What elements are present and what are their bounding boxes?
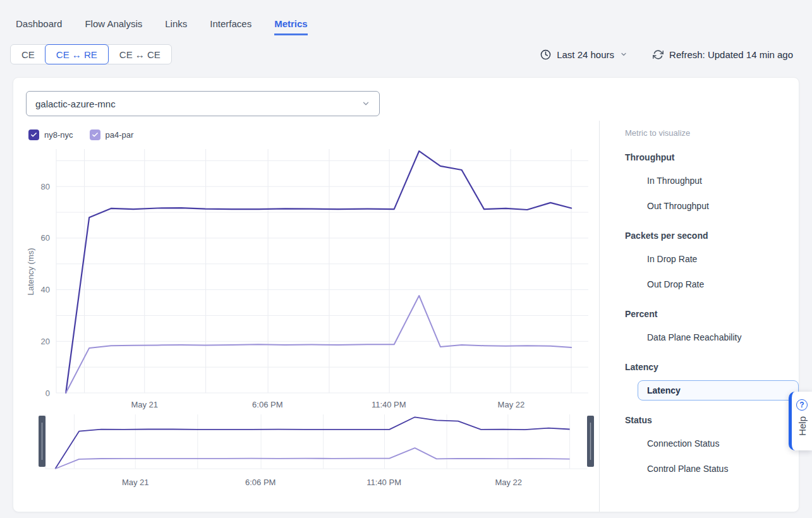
series-line-pa4-par <box>66 296 571 393</box>
connector-select[interactable]: galactic-azure-mnc <box>26 91 380 116</box>
metric-item-in-drop-rate[interactable]: In Drop Rate <box>638 249 799 269</box>
refresh-icon <box>653 49 664 60</box>
metric-sidebar: Metric to visualize Throughput In Throug… <box>612 121 799 484</box>
y-tick-label: 20 <box>41 337 50 346</box>
metric-item-control-plane-status[interactable]: Control Plane Status <box>638 459 799 479</box>
series-legend: ny8-nyc pa4-par <box>28 130 133 140</box>
metric-group-label: Status <box>625 415 799 425</box>
x-tick-label: 11:40 PM <box>372 400 406 409</box>
legend-label: pa4-par <box>106 130 134 140</box>
metrics-card: galactic-azure-mnc ny8-nyc pa4-par 02040… <box>13 77 799 512</box>
chevron-down-icon <box>620 51 627 58</box>
metric-item-connection-status[interactable]: Connection Status <box>638 433 799 454</box>
toolbar: CE CE ↔ RE CE ↔ CE Last 24 hours Refresh… <box>10 44 793 64</box>
metric-item-data-plane-reachability[interactable]: Data Plane Reachability <box>638 327 799 347</box>
top-nav: Dashboard Flow Analysis Links Interfaces… <box>0 0 812 35</box>
metric-item-out-throughput[interactable]: Out Throughput <box>638 196 799 216</box>
checkbox-checked-icon[interactable] <box>28 130 39 140</box>
metric-item-latency[interactable]: Latency <box>638 380 799 401</box>
help-label: Help <box>797 416 808 436</box>
segment-ce[interactable]: CE <box>11 45 45 64</box>
nav-tab-links[interactable]: Links <box>165 18 187 35</box>
nav-tab-interfaces[interactable]: Interfaces <box>210 18 251 35</box>
legend-item-ny8-nyc[interactable]: ny8-nyc <box>28 130 73 140</box>
chevron-down-icon <box>361 99 370 108</box>
metric-item-in-throughput[interactable]: In Throughput <box>638 171 799 191</box>
help-button[interactable]: ? Help <box>789 392 812 450</box>
metric-group-label: Latency <box>625 362 799 372</box>
brush-handle-right[interactable] <box>587 416 594 467</box>
y-tick-label: 40 <box>41 285 50 294</box>
x-tick-label: May 21 <box>131 400 158 409</box>
sidebar-title: Metric to visualize <box>625 128 799 138</box>
connector-select-value: galactic-azure-mnc <box>35 99 116 109</box>
segment-ce-ce[interactable]: CE ↔ CE <box>108 45 171 64</box>
metric-group-label: Throughput <box>625 152 799 162</box>
clock-icon <box>540 49 551 60</box>
metric-group-percent: Percent Data Plane Reachability <box>625 309 799 347</box>
time-range-dropdown[interactable]: Last 24 hours <box>540 49 627 60</box>
metric-group-status: Status Connection Status Control Plane S… <box>625 415 799 479</box>
brush-x-tick-label: May 21 <box>122 478 149 487</box>
x-tick-label: May 22 <box>498 400 525 409</box>
brush-handle-left[interactable] <box>39 416 45 467</box>
nav-tab-dashboard[interactable]: Dashboard <box>16 18 62 35</box>
brush-x-tick-label: May 22 <box>495 478 522 487</box>
legend-item-pa4-par[interactable]: pa4-par <box>90 130 134 140</box>
brush-series-pa4-par <box>55 448 569 469</box>
x-tick-label: 6:06 PM <box>252 400 282 409</box>
legend-label: ny8-nyc <box>44 130 73 140</box>
y-tick-label: 60 <box>41 233 50 243</box>
refresh-control[interactable]: Refresh: Updated 14 min ago <box>653 49 793 60</box>
time-range-label: Last 24 hours <box>557 49 614 60</box>
metric-group-label: Percent <box>625 309 799 319</box>
y-tick-label: 0 <box>45 388 50 398</box>
y-tick-label: 80 <box>41 182 50 191</box>
time-brush-chart[interactable]: May 216:06 PM11:40 PMMay 22 <box>26 413 600 490</box>
refresh-label: Refresh: Updated 14 min ago <box>669 49 793 60</box>
nav-tab-flow-analysis[interactable]: Flow Analysis <box>85 18 142 35</box>
metric-group-throughput: Throughput In Throughput Out Throughput <box>625 152 799 216</box>
series-line-ny8-nyc <box>66 151 571 393</box>
metric-group-label: Packets per second <box>625 231 799 241</box>
scope-segmented-control: CE CE ↔ RE CE ↔ CE <box>10 44 172 64</box>
metric-group-pps: Packets per second In Drop Rate Out Drop… <box>625 231 799 294</box>
brush-x-tick-label: 6:06 PM <box>245 478 276 487</box>
segment-ce-re[interactable]: CE ↔ RE <box>45 44 109 64</box>
y-axis-title: Latency (ms) <box>26 248 35 295</box>
metric-item-out-drop-rate[interactable]: Out Drop Rate <box>638 274 799 294</box>
latency-line-chart: 020406080Latency (ms)May 216:06 PM11:40 … <box>26 145 600 413</box>
checkbox-checked-icon[interactable] <box>90 130 100 140</box>
brush-series-ny8-nyc <box>55 417 569 469</box>
metric-group-latency: Latency Latency <box>625 362 799 401</box>
brush-x-tick-label: 11:40 PM <box>367 478 401 487</box>
help-question-icon: ? <box>796 399 808 411</box>
nav-tab-metrics[interactable]: Metrics <box>274 18 308 35</box>
